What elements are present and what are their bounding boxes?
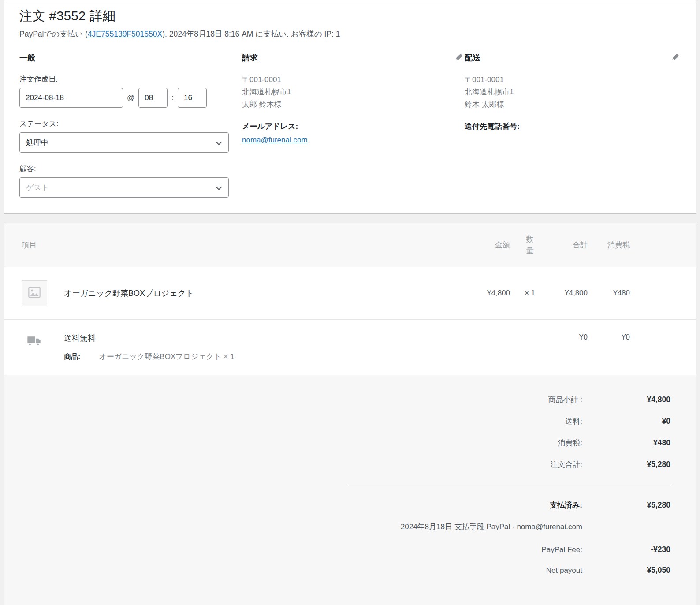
net-payout-label: Net payout [546,566,582,575]
status-selected-value: 処理中 [26,138,48,148]
shipping-address-line: 北海道札幌市1 [465,86,681,98]
shipping-section: 配送 〒001-0001 北海道札幌市1 鈴木 太郎様 送付先電話番号: [465,52,681,198]
image-placeholder-icon [27,285,41,302]
total-row-order-total: 注文合計: ¥5,280 [22,459,670,470]
order-total-label: 注文合計: [550,459,582,470]
billing-address-line: 〒001-0001 [242,74,465,86]
tax-total-label: 消費税: [558,438,582,448]
shipping-address-line: 〒001-0001 [465,74,681,86]
product-quantity: × 1 [510,289,550,298]
edit-billing-pencil-icon[interactable] [454,52,464,62]
subtotal-value: ¥4,800 [582,395,670,404]
order-items-panel: 項目 金額 数量 合計 消費税 オーガニック野菜BOXプロジェクト ¥4,800… [4,223,696,605]
billing-address-line: 太郎 鈴木様 [242,98,465,111]
paypal-fee-label: PayPal Fee: [541,545,582,554]
shipping-items-label: 商品: [64,352,80,362]
header-item: 項目 [22,240,457,250]
total-row-paid: 支払済み: ¥5,280 [22,500,670,510]
product-name: オーガニック野菜BOXプロジェクト [64,288,194,299]
net-payout-value: ¥5,050 [582,566,670,575]
header-tax: 消費税 [588,240,630,250]
customer-selected-value: ゲスト [26,183,49,193]
product-amount: ¥4,800 [457,289,510,298]
billing-heading: 請求 [242,52,258,63]
shipping-address: 〒001-0001 北海道札幌市1 鈴木 太郎様 [465,74,681,111]
product-tax: ¥480 [588,289,630,298]
paypal-fee-value: -¥230 [582,545,670,554]
shipping-heading: 配送 [465,52,480,63]
product-thumbnail [22,280,47,306]
shipping-tax: ¥0 [588,333,630,342]
payment-meta-prefix: PayPalでの支払い ( [19,30,88,38]
shipping-total-value: ¥0 [582,417,670,426]
total-row-shipping: 送料: ¥0 [22,416,670,426]
truck-icon [22,333,47,362]
subtotal-label: 商品小計 : [548,395,582,405]
paid-value: ¥5,280 [582,500,670,510]
items-table-header: 項目 金額 数量 合計 消費税 [4,223,696,267]
transaction-id-link[interactable]: 4JE755139F501550X [88,30,162,38]
order-total-value: ¥5,280 [582,460,670,469]
chevron-down-icon [215,184,223,194]
product-total: ¥4,800 [550,289,588,298]
order-hour-input[interactable] [138,88,168,108]
order-minute-input[interactable] [178,88,207,108]
general-heading: 一般 [19,52,35,63]
shipping-total-label: 送料: [565,416,582,426]
page-title: 注文 #3552 詳細 [19,7,681,25]
totals-divider [349,485,670,485]
header-total: 合計 [550,240,588,250]
billing-email-link[interactable]: noma@furenai.com [242,136,308,145]
order-date-label: 注文作成日: [19,75,229,84]
payment-meta: PayPalでの支払い (4JE755139F501550X). 2024年8月… [19,29,681,39]
tax-total-value: ¥480 [582,438,670,448]
order-data-panel: 注文 #3552 詳細 PayPalでの支払い (4JE755139F50155… [4,0,696,214]
total-row-net-payout: Net payout ¥5,050 [22,566,670,575]
table-row-shipping: 送料無料 商品: オーガニック野菜BOXプロジェクト × 1 ¥0 ¥0 [4,320,696,375]
table-row-product: オーガニック野菜BOXプロジェクト ¥4,800 × 1 ¥4,800 ¥480 [4,267,696,320]
total-row-paypal-fee: PayPal Fee: -¥230 [22,545,670,554]
order-date-input[interactable] [19,88,123,108]
shipping-phone-label: 送付先電話番号: [465,121,681,131]
shipping-method-name: 送料無料 [64,333,234,344]
customer-label: 顧客: [19,164,229,174]
total-row-subtotal: 商品小計 : ¥4,800 [22,395,670,405]
billing-address-line: 北海道札幌市1 [242,86,465,98]
shipping-address-line: 鈴木 太郎様 [465,98,681,111]
header-amount: 金額 [457,240,510,250]
shipping-items-value: オーガニック野菜BOXプロジェクト × 1 [99,351,234,362]
chevron-down-icon [215,139,223,149]
time-separator: : [171,93,174,102]
total-row-tax: 消費税: ¥480 [22,438,670,448]
general-section: 一般 注文作成日: @ : ステータス: 処理中 顧客: ゲスト [19,52,229,198]
at-separator: @ [127,93,134,102]
status-label: ステータス: [19,119,229,129]
customer-select[interactable]: ゲスト [19,177,229,198]
billing-address: 〒001-0001 北海道札幌市1 太郎 鈴木様 [242,74,465,111]
status-select[interactable]: 処理中 [19,132,229,153]
header-quantity: 数量 [525,234,535,257]
paid-label: 支払済み: [550,500,582,510]
shipping-total: ¥0 [550,333,588,342]
billing-section: 請求 〒001-0001 北海道札幌市1 太郎 鈴木様 メールアドレス: nom… [242,52,465,198]
payment-method-note: 2024年8月18日 支払手段 PayPal - noma@furenai.co… [22,522,582,532]
billing-email-label: メールアドレス: [242,121,465,131]
order-totals: 商品小計 : ¥4,800 送料: ¥0 消費税: ¥480 注文合計: ¥5,… [4,375,696,605]
payment-meta-suffix: ). 2024年8月18日 8:16 AM に支払い. お客様の IP: 1 [162,30,340,38]
edit-shipping-pencil-icon[interactable] [671,52,680,62]
